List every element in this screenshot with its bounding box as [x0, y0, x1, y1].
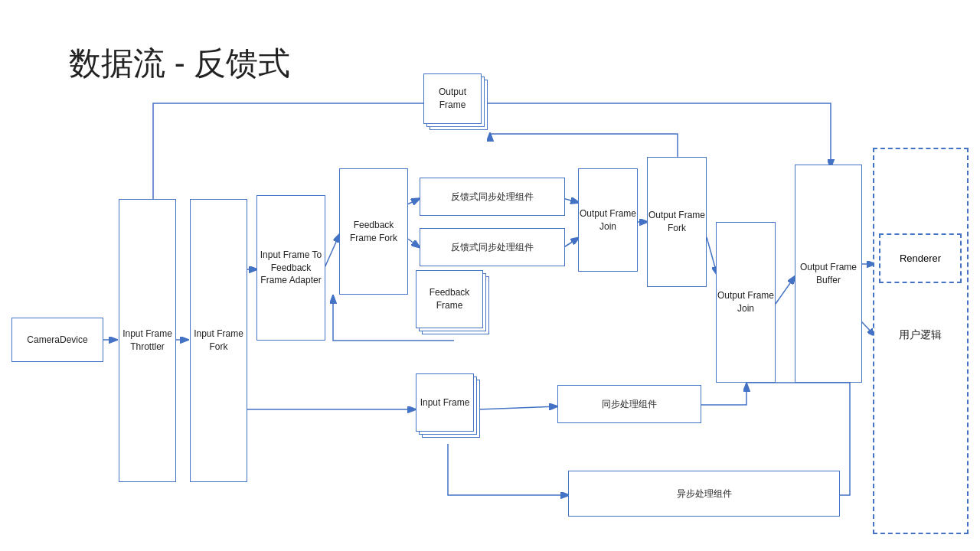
sync-processor-label: 同步处理组件 [602, 398, 657, 411]
async-processor-label: 异步处理组件 [677, 487, 732, 500]
input-frame-fork-box: Input Frame Fork [190, 199, 247, 482]
async-processor-box: 异步处理组件 [568, 471, 840, 517]
input-frame-throttler-label: Input Frame Throttler [119, 328, 175, 354]
feedback-sync2-box: 反馈式同步处理组件 [420, 228, 565, 266]
output-frame-join1-label: Output Frame Join [579, 207, 637, 233]
svg-line-10 [776, 276, 795, 304]
input-frame-fork-label: Input Frame Fork [191, 328, 247, 354]
input-feedback-adapter-box: Input Frame To Feedback Frame Adapter [256, 195, 325, 341]
output-frame-fork-box: Output Frame Fork [647, 157, 707, 287]
output-frame-buffer-box: Output Frame Buffer [795, 165, 862, 383]
feedback-frame-label: Feedback Frame [416, 286, 482, 312]
feedback-sync1-label: 反馈式同步处理组件 [451, 191, 534, 204]
output-frame-join2-box: Output Frame Join [716, 222, 776, 383]
svg-line-12 [479, 406, 558, 409]
feedback-frame-fork-box: Feedback Frame Fork [339, 168, 408, 295]
svg-line-7 [563, 237, 580, 248]
output-frame-join2-label: Output Frame Join [717, 289, 775, 315]
output-frame-join1-box: Output Frame Join [578, 168, 638, 272]
output-frame-stack: Output Frame [423, 73, 488, 136]
sync-processor-box: 同步处理组件 [557, 385, 701, 423]
output-frame-label: Output Frame [424, 86, 481, 112]
output-frame-fork-label: Output Frame Fork [648, 209, 706, 235]
feedback-frame-stack: Feedback Frame [416, 270, 492, 344]
feedback-frame-fork-label: Feedback Frame Fork [340, 219, 407, 245]
input-frame-label: Input Frame [420, 396, 470, 409]
input-frame-stack: Input Frame [416, 373, 483, 447]
renderer-label: Renderer [900, 253, 941, 264]
camera-device-label: CameraDevice [27, 334, 87, 347]
feedback-sync2-label: 反馈式同步处理组件 [451, 241, 534, 254]
renderer-box: Renderer [879, 233, 962, 283]
input-frame-throttler-box: Input Frame Throttler [119, 199, 176, 482]
svg-line-6 [563, 198, 580, 203]
svg-line-3 [324, 233, 340, 269]
page-title: 数据流 - 反馈式 [69, 42, 290, 85]
user-logic-label: 用户逻辑 [879, 306, 962, 364]
diagram-canvas: 数据流 - 反馈式 [0, 0, 980, 551]
input-feedback-adapter-label: Input Frame To Feedback Frame Adapter [257, 249, 325, 287]
output-frame-buffer-label: Output Frame Buffer [795, 261, 861, 287]
camera-device-box: CameraDevice [11, 318, 103, 362]
feedback-sync1-box: 反馈式同步处理组件 [420, 178, 565, 216]
